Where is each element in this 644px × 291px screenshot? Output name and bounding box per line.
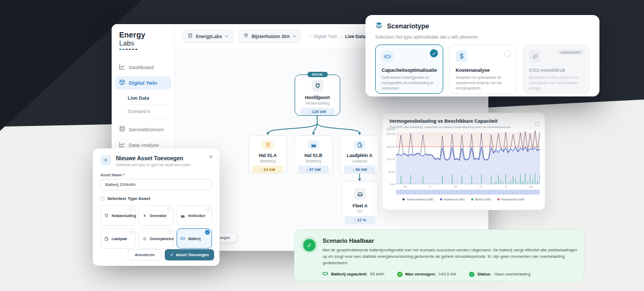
type-option-netaansluiting[interactable]: Netaansluiting bbox=[100, 205, 136, 226]
factory-icon bbox=[180, 211, 185, 220]
y-tick-label: 220 kW bbox=[386, 128, 395, 131]
type-option-generator[interactable]: Generator bbox=[138, 205, 174, 226]
asset-name-input[interactable] bbox=[100, 179, 212, 190]
scenario-option-co2: BINNENKORT CO2-voetafdruk Minimaliseer m… bbox=[523, 44, 590, 94]
y-tick-label: 100 kW bbox=[386, 158, 395, 161]
radio-selected-icon[interactable]: ✓ bbox=[205, 230, 210, 235]
node-title: Laadplein A bbox=[347, 153, 372, 158]
radio-unselected-icon[interactable] bbox=[504, 50, 511, 57]
sidebar-item-label: Sensorbronnen bbox=[129, 126, 164, 132]
modal-title: Nieuwe Asset Toevoegen bbox=[116, 155, 191, 161]
factory-icon bbox=[308, 140, 319, 150]
check-icon: ✓ bbox=[469, 272, 474, 277]
stat-label: Status: bbox=[477, 272, 491, 277]
stat-label: Max vermogen: bbox=[405, 272, 436, 277]
logo-underline bbox=[119, 49, 167, 50]
type-option-batterij[interactable]: Batterij ✓ bbox=[177, 228, 212, 249]
submit-asset-button[interactable]: ✓ Asset Toevoegen bbox=[165, 249, 214, 260]
type-label: Batterij bbox=[188, 237, 201, 241]
chart-line-icon bbox=[119, 141, 125, 148]
scenario-result-banner: ✓ Scenario Haalbaar Met de geoptimalisee… bbox=[294, 229, 584, 281]
sidebar-nav: Dashboard Digital Twin Live Data Scenari… bbox=[112, 61, 174, 152]
sidebar-subnav: Live Data Scenario's bbox=[125, 92, 171, 118]
location-selector[interactable]: Bijsterhuizen 20A bbox=[238, 29, 301, 43]
option-title: CO2-voetafdruk bbox=[529, 68, 583, 73]
type-label: Laadpaal bbox=[112, 237, 127, 241]
stat-value: Geen overbelasting bbox=[494, 272, 531, 277]
node-title: Hal 01.B bbox=[304, 153, 323, 158]
type-option-zonnepanelen[interactable]: Zonnepanelen bbox=[138, 228, 174, 249]
radio-unselected-icon[interactable] bbox=[129, 207, 133, 211]
type-label: Generator bbox=[150, 214, 167, 218]
type-label: Verbruiker bbox=[188, 214, 206, 218]
submit-asset-label: Asset Toevoegen bbox=[175, 252, 209, 257]
node-value: ↑ 12 % bbox=[345, 216, 376, 223]
radio-unselected-icon[interactable] bbox=[167, 207, 171, 211]
plus-icon: + bbox=[100, 155, 111, 166]
legend-dot bbox=[402, 198, 405, 200]
chart-panel: Vermogensbelasting vs Beschikbare Capaci… bbox=[382, 113, 545, 210]
radio-unselected-icon[interactable] bbox=[129, 230, 133, 234]
diagram-node-hoofdpoort[interactable]: BRON Hoofdpoort Netaansluiting ↓ 129 kW bbox=[295, 74, 340, 116]
stat-battery-capacity: Batterij capaciteit: 55 kWh bbox=[323, 271, 384, 278]
node-value: ↓ 129 kW bbox=[301, 108, 335, 115]
y-tick-label: 0 kW bbox=[390, 183, 395, 186]
diagram-node-laadplein[interactable]: Laadplein A Laadpaal ↓ 56 kW bbox=[340, 135, 379, 174]
option-title: Kostenanalyse bbox=[456, 68, 510, 73]
chart-brush-scrollbar[interactable] bbox=[396, 190, 540, 195]
y-axis-ticks: 220 kW200 kW150 kW100 kW50 kW0 kW bbox=[385, 129, 395, 184]
sidebar-item-sensorbronnen[interactable]: Sensorbronnen bbox=[115, 123, 171, 136]
ev-charger-icon bbox=[354, 140, 365, 150]
sidebar-item-dashboard[interactable]: Dashboard bbox=[115, 61, 171, 74]
legend-dot bbox=[440, 198, 442, 200]
ev-charger-icon bbox=[104, 234, 109, 243]
type-option-verbruiker[interactable]: Verbruiker bbox=[177, 205, 212, 226]
leaf-icon bbox=[529, 50, 541, 62]
cube-icon bbox=[119, 79, 125, 86]
close-icon[interactable]: ✕ bbox=[209, 154, 213, 160]
breadcrumb-separator: › bbox=[309, 34, 311, 39]
legend-label: Netcapaciteit (kW) bbox=[501, 198, 525, 201]
breadcrumb-item[interactable]: Digital Twin bbox=[314, 34, 337, 39]
plug-icon bbox=[104, 211, 109, 220]
chart-line-icon bbox=[119, 64, 125, 71]
sidebar-item-scenarios[interactable]: Scenario's bbox=[125, 105, 171, 118]
chart-legend: Totale belasting (kW)Netafname (kW)Batte… bbox=[383, 198, 545, 201]
radio-unselected-icon[interactable] bbox=[206, 207, 209, 211]
type-label: Zonnepanelen bbox=[150, 237, 174, 241]
node-subtitle: EV bbox=[357, 210, 362, 213]
panel-title: Scenariotype bbox=[387, 23, 429, 30]
x-tick-label: Do bbox=[480, 185, 483, 188]
building-icon bbox=[188, 33, 193, 39]
battery-icon bbox=[180, 234, 186, 243]
x-axis-ticks: MaDiWoDoVrZa bbox=[396, 185, 540, 188]
app-logo: Energy Labs bbox=[112, 24, 174, 53]
dollar-icon: $ bbox=[456, 50, 467, 62]
legend-item: Batterij (kW) bbox=[471, 198, 491, 201]
breadcrumb-item-current: Live Data bbox=[345, 34, 365, 39]
breadcrumb: › Digital Twin › Live Data bbox=[309, 34, 365, 39]
node-title: Hoofdpoort bbox=[305, 95, 330, 100]
scenario-option-capaciteit[interactable]: ✓ Capaciteitsoptimalisatie Optimaliseer … bbox=[375, 44, 443, 94]
sidebar-item-live-data[interactable]: Live Data bbox=[125, 92, 171, 105]
bolt-icon bbox=[142, 211, 147, 220]
node-value: ↑ 24 kW bbox=[252, 166, 283, 173]
car-icon bbox=[354, 188, 366, 200]
expand-icon[interactable] bbox=[535, 118, 539, 128]
diagram-node-hal01b[interactable]: Hal 01.B Belasting ↓ 97 kW bbox=[294, 135, 333, 174]
type-option-laadpaal[interactable]: Laadpaal bbox=[100, 228, 136, 249]
radio-unselected-icon[interactable] bbox=[167, 230, 171, 234]
option-title: Capaciteitsoptimalisatie bbox=[382, 68, 437, 73]
type-section-label: Selecteer Type Asset bbox=[107, 196, 150, 201]
diagram-node-fleet[interactable]: Fleet A EV ↑ 12 % bbox=[342, 181, 378, 224]
diagram-node-hal01a[interactable]: Hal 01.A Belasting ↑ 24 kW bbox=[248, 135, 287, 174]
y-tick-label: 200 kW bbox=[386, 133, 395, 136]
source-badge: BRON bbox=[307, 72, 327, 77]
sidebar-item-digital-twin[interactable]: Digital Twin bbox=[115, 76, 171, 89]
legend-item: Totale belasting (kW) bbox=[402, 198, 433, 201]
scenario-option-kosten[interactable]: $ Kostenanalyse Analyseer en optimalisee… bbox=[449, 44, 516, 94]
org-selector[interactable]: EnergyLabs bbox=[182, 29, 233, 43]
cancel-button[interactable]: Annuleren bbox=[128, 249, 162, 260]
option-desc: Optimaliseer batterijgrootte en netcapac… bbox=[382, 75, 437, 91]
bolt-icon: ⚡ bbox=[397, 272, 402, 277]
